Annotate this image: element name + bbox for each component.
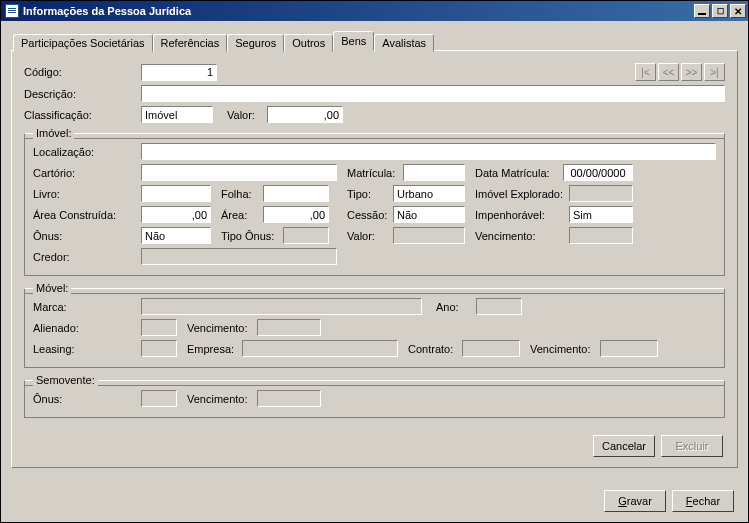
client-area: Participações Societárias Referências Se… bbox=[1, 21, 748, 522]
onus-sem-field bbox=[141, 390, 177, 407]
livro-field[interactable] bbox=[141, 185, 211, 202]
contrato-field bbox=[462, 340, 520, 357]
minimize-button[interactable] bbox=[694, 4, 710, 18]
label-area: Área: bbox=[221, 209, 263, 221]
onus-field[interactable] bbox=[141, 227, 211, 244]
tabpanel-bens: Código: |< << >> >| Descrição: bbox=[11, 50, 738, 468]
close-button[interactable]: ✕ bbox=[730, 4, 746, 18]
gravar-button[interactable]: Gravar bbox=[604, 490, 666, 512]
label-contrato: Contrato: bbox=[408, 343, 462, 355]
label-venc-alienado: Vencimento: bbox=[187, 322, 257, 334]
nav-first-button[interactable]: |< bbox=[635, 63, 656, 81]
tipo-field[interactable] bbox=[393, 185, 465, 202]
label-venc-leasing: Vencimento: bbox=[530, 343, 600, 355]
empresa-field bbox=[242, 340, 398, 357]
label-empresa: Empresa: bbox=[187, 343, 242, 355]
nav-last-button[interactable]: >| bbox=[704, 63, 725, 81]
label-tipo: Tipo: bbox=[347, 188, 393, 200]
label-livro: Livro: bbox=[33, 188, 141, 200]
tab-outros[interactable]: Outros bbox=[284, 34, 333, 52]
label-valor-onus: Valor: bbox=[347, 230, 393, 242]
group-semovente: Semovente: Ônus: Vencimento: bbox=[24, 374, 725, 418]
label-classificacao: Classificação: bbox=[24, 109, 141, 121]
imovel-explorado-field bbox=[569, 185, 633, 202]
alienado-field bbox=[141, 319, 177, 336]
legend-movel: Móvel: bbox=[33, 282, 71, 294]
excluir-button[interactable]: Excluir bbox=[661, 435, 723, 457]
nav-next-button[interactable]: >> bbox=[681, 63, 702, 81]
label-cartorio: Cartório: bbox=[33, 167, 141, 179]
label-descricao: Descrição: bbox=[24, 88, 141, 100]
area-construida-field[interactable] bbox=[141, 206, 211, 223]
fechar-button[interactable]: Fechar bbox=[672, 490, 734, 512]
cancelar-button[interactable]: Cancelar bbox=[593, 435, 655, 457]
label-vencimento-onus: Vencimento: bbox=[475, 230, 569, 242]
impenhoravel-field[interactable] bbox=[569, 206, 633, 223]
tab-referencias[interactable]: Referências bbox=[153, 34, 228, 52]
leasing-field bbox=[141, 340, 177, 357]
legend-semovente: Semovente: bbox=[33, 374, 98, 386]
label-matricula: Matrícula: bbox=[347, 167, 403, 179]
label-area-construida: Área Construída: bbox=[33, 209, 141, 221]
cartorio-field[interactable] bbox=[141, 164, 337, 181]
label-onus-sem: Ônus: bbox=[33, 393, 141, 405]
localizacao-field[interactable] bbox=[141, 143, 716, 160]
valor-onus-field bbox=[393, 227, 465, 244]
window-title: Informações da Pessoa Jurídica bbox=[23, 5, 694, 17]
label-folha: Folha: bbox=[221, 188, 263, 200]
area-field[interactable] bbox=[263, 206, 329, 223]
folha-field[interactable] bbox=[263, 185, 329, 202]
label-cessao: Cessão: bbox=[347, 209, 393, 221]
maximize-button[interactable]: ☐ bbox=[712, 4, 728, 18]
nav-prev-button[interactable]: << bbox=[658, 63, 679, 81]
label-data-matricula: Data Matrícula: bbox=[475, 167, 563, 179]
label-codigo: Código: bbox=[24, 66, 141, 78]
tab-bens[interactable]: Bens bbox=[333, 31, 374, 51]
label-valor: Valor: bbox=[227, 109, 267, 121]
tab-avalistas[interactable]: Avalistas bbox=[374, 34, 434, 52]
label-tipo-onus: Tipo Ônus: bbox=[221, 230, 283, 242]
label-alienado: Alienado: bbox=[33, 322, 141, 334]
group-movel: Móvel: Marca: Ano: Alienado: Vencimento: bbox=[24, 282, 725, 368]
matricula-field[interactable] bbox=[403, 164, 465, 181]
tab-participacoes[interactable]: Participações Societárias bbox=[13, 34, 153, 52]
legend-imovel: Imóvel: bbox=[33, 127, 74, 139]
venc-alienado-field bbox=[257, 319, 321, 336]
label-onus: Ônus: bbox=[33, 230, 141, 242]
data-matricula-field[interactable] bbox=[563, 164, 633, 181]
cessao-field[interactable] bbox=[393, 206, 465, 223]
label-ano: Ano: bbox=[436, 301, 476, 313]
document-icon bbox=[5, 4, 19, 18]
main-window: Informações da Pessoa Jurídica ☐ ✕ Parti… bbox=[0, 0, 749, 523]
label-venc-sem: Vencimento: bbox=[187, 393, 257, 405]
venc-leasing-field bbox=[600, 340, 658, 357]
group-imovel: Imóvel: Localização: Cartório: Matrícula… bbox=[24, 127, 725, 276]
label-localizacao: Localização: bbox=[33, 146, 141, 158]
tipo-onus-field bbox=[283, 227, 329, 244]
marca-field bbox=[141, 298, 422, 315]
titlebar: Informações da Pessoa Jurídica ☐ ✕ bbox=[1, 1, 748, 21]
label-credor: Credor: bbox=[33, 251, 141, 263]
valor-field[interactable] bbox=[267, 106, 343, 123]
tabstrip: Participações Societárias Referências Se… bbox=[11, 31, 738, 51]
label-impenhoravel: Impenhorável: bbox=[475, 209, 569, 221]
vencimento-onus-field bbox=[569, 227, 633, 244]
classificacao-field[interactable] bbox=[141, 106, 213, 123]
label-imovel-explorado: Imóvel Explorado: bbox=[475, 188, 569, 200]
descricao-field[interactable] bbox=[141, 85, 725, 102]
credor-field bbox=[141, 248, 337, 265]
label-leasing: Leasing: bbox=[33, 343, 141, 355]
venc-sem-field bbox=[257, 390, 321, 407]
label-marca: Marca: bbox=[33, 301, 141, 313]
ano-field bbox=[476, 298, 522, 315]
tab-seguros[interactable]: Seguros bbox=[227, 34, 284, 52]
codigo-field[interactable] bbox=[141, 64, 217, 81]
